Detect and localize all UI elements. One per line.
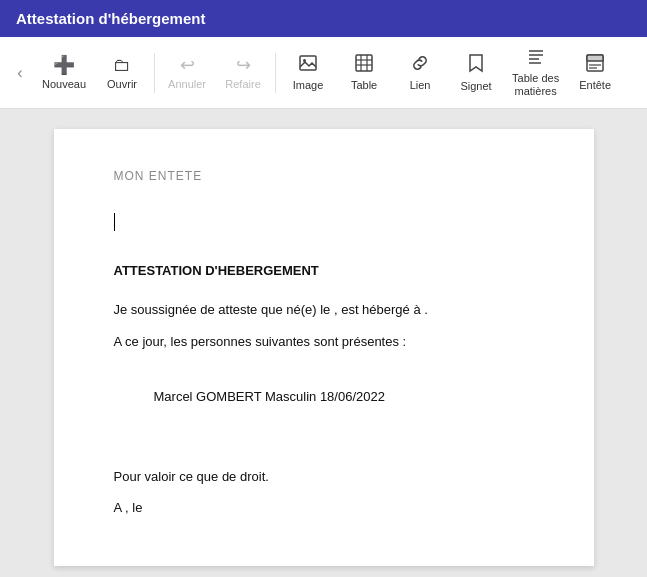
table-matieres-label: Table desmatières <box>512 72 559 98</box>
entete-icon <box>586 54 604 77</box>
svg-rect-0 <box>300 56 316 70</box>
refaire-icon: ↪ <box>236 54 251 76</box>
doc-line1: Je soussignée de atteste que né(e) le , … <box>114 298 534 321</box>
text-cursor <box>114 213 115 231</box>
title-bar-text: Attestation d'hébergement <box>16 10 205 27</box>
doc-person-line: Marcel GOMBERT Masculin 18/06/2022 <box>154 385 534 408</box>
image-label: Image <box>293 79 324 92</box>
doc-line3: Pour valoir ce que de droit. <box>114 465 534 488</box>
signet-icon <box>468 53 484 78</box>
doc-line2: A ce jour, les personnes suivantes sont … <box>114 330 534 353</box>
toolbar-refaire[interactable]: ↪ Refaire <box>217 50 269 95</box>
toolbar: ‹ ➕ Nouveau 🗀 Ouvrir ↩ Annuler ↪ Refaire… <box>0 37 647 109</box>
toolbar-table-matieres[interactable]: Table desmatières <box>506 43 565 102</box>
doc-spacer-2 <box>114 417 534 441</box>
svg-rect-2 <box>356 55 372 71</box>
signet-label: Signet <box>460 80 491 93</box>
toolbar-separator-2 <box>275 53 276 93</box>
svg-rect-12 <box>587 55 603 61</box>
toolbar-entete[interactable]: Entête <box>569 50 621 96</box>
toolbar-lien[interactable]: Lien <box>394 50 446 96</box>
ouvrir-icon: 🗀 <box>113 55 131 76</box>
document-area: MON ENTETE ATTESTATION D'HEBERGEMENT Je … <box>0 109 647 577</box>
image-icon <box>299 54 317 77</box>
doc-spacer-1 <box>114 361 534 385</box>
toolbar-image[interactable]: Image <box>282 50 334 96</box>
table-label: Table <box>351 79 377 92</box>
toolbar-annuler[interactable]: ↩ Annuler <box>161 50 213 95</box>
toolbar-ouvrir[interactable]: 🗀 Ouvrir <box>96 51 148 95</box>
nav-back-button[interactable]: ‹ <box>8 61 32 85</box>
toolbar-separator-1 <box>154 53 155 93</box>
doc-header: MON ENTETE <box>114 169 534 183</box>
doc-line4: A , le <box>114 496 534 519</box>
annuler-label: Annuler <box>168 78 206 91</box>
lien-icon <box>411 54 429 77</box>
nouveau-label: Nouveau <box>42 78 86 91</box>
table-icon <box>355 54 373 77</box>
entete-label: Entête <box>579 79 611 92</box>
refaire-label: Refaire <box>225 78 260 91</box>
nouveau-icon: ➕ <box>53 54 75 76</box>
annuler-icon: ↩ <box>180 54 195 76</box>
doc-spacer-3 <box>114 441 534 465</box>
ouvrir-label: Ouvrir <box>107 78 137 91</box>
doc-body: Je soussignée de atteste que né(e) le , … <box>114 298 534 519</box>
title-bar: Attestation d'hébergement <box>0 0 647 37</box>
toolbar-table[interactable]: Table <box>338 50 390 96</box>
doc-title: ATTESTATION D'HEBERGEMENT <box>114 263 534 278</box>
lien-label: Lien <box>410 79 431 92</box>
document-page[interactable]: MON ENTETE ATTESTATION D'HEBERGEMENT Je … <box>54 129 594 566</box>
table-matieres-icon <box>527 47 545 70</box>
toolbar-nouveau[interactable]: ➕ Nouveau <box>36 50 92 95</box>
toolbar-signet[interactable]: Signet <box>450 49 502 97</box>
